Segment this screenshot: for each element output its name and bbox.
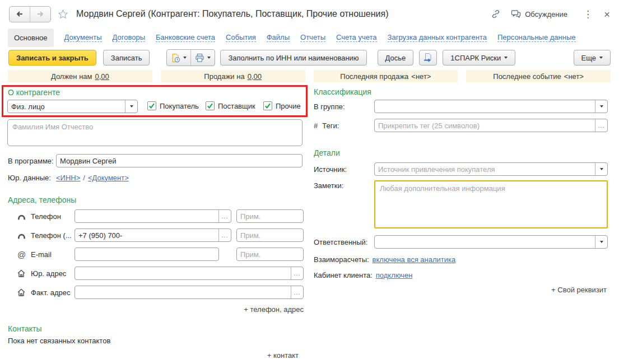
group-dropdown-button[interactable] <box>595 100 607 113</box>
legal-address-input[interactable] <box>75 267 291 279</box>
more-button[interactable]: Еще <box>574 50 611 66</box>
debt-value-link[interactable]: 0,00 <box>95 72 109 81</box>
counterparty-card-window: Мордвин Сергей (Контрагент: Покупатель, … <box>0 0 619 364</box>
document-link[interactable]: <Документ> <box>88 174 129 182</box>
tab-main[interactable]: Основное <box>8 29 54 47</box>
favorite-star-icon[interactable] <box>57 8 69 20</box>
save-button[interactable]: Записать <box>103 50 150 66</box>
cabinet-link[interactable]: подключен <box>376 271 413 279</box>
tab-reports[interactable]: Отчеты <box>300 33 325 42</box>
discussion-button[interactable]: Обсуждение <box>510 8 567 20</box>
fill-by-inn-button[interactable]: Заполнить по ИНН или наименованию <box>220 50 366 66</box>
status-label: Продажи на <box>204 72 244 81</box>
kebab-menu-button[interactable]: ⋮ <box>583 10 593 19</box>
spark-risks-button[interactable]: 1СПАРК Риски <box>443 50 515 66</box>
create-print-group <box>166 49 215 66</box>
notes-textarea[interactable] <box>374 180 608 228</box>
checkbox-other[interactable]: Прочие <box>263 101 301 110</box>
get-link-button[interactable] <box>490 8 501 20</box>
export-button[interactable] <box>419 50 437 66</box>
tab-data-load[interactable]: Загрузка данных контрагента <box>388 33 487 42</box>
settlements-link[interactable]: включена вся аналитика <box>373 255 456 264</box>
custom-attribute-link[interactable]: + Свой реквизит <box>504 286 607 294</box>
house-icon <box>17 267 26 280</box>
entity-type-input[interactable] <box>8 100 125 113</box>
tab-events[interactable]: События <box>226 33 256 42</box>
tab-contracts[interactable]: Договоры <box>113 33 145 42</box>
legal-address-label: Юр. адрес <box>31 267 66 280</box>
close-button[interactable]: × <box>604 9 610 20</box>
at-icon: @ <box>17 248 26 261</box>
dossier-button[interactable]: Досье <box>378 50 414 66</box>
legal-link-separator: / <box>83 174 85 182</box>
arrow-right-icon <box>36 10 45 18</box>
email-label: E-mail <box>31 248 52 261</box>
tab-personal-data[interactable]: Персональные данные <box>497 33 576 42</box>
checkbox-box <box>206 101 215 110</box>
phone2-note-input[interactable] <box>237 229 303 241</box>
chevron-down-icon <box>130 105 133 108</box>
checkbox-box <box>263 101 272 110</box>
house-icon <box>17 286 26 299</box>
phone-note-input[interactable] <box>237 210 303 222</box>
status-value: <нет> <box>411 72 431 81</box>
actual-address-more-button[interactable]: ... <box>291 286 303 298</box>
in-program-field <box>56 154 302 167</box>
tab-documents[interactable]: Документы <box>64 33 102 42</box>
print-button[interactable] <box>190 50 215 66</box>
status-panel-last-event: Последнее событие <нет> <box>466 70 611 82</box>
group-input[interactable] <box>375 100 595 113</box>
tags-label-row: # Теги: <box>314 119 339 132</box>
source-dropdown-button[interactable] <box>595 163 607 175</box>
source-input[interactable] <box>375 163 595 175</box>
tags-more-button[interactable]: ... <box>595 119 607 132</box>
link-icon <box>490 8 501 20</box>
save-and-close-button[interactable]: Записать и закрыть <box>8 50 96 66</box>
fio-textarea[interactable] <box>7 119 302 146</box>
checkbox-supplier[interactable]: Поставщик <box>206 101 255 110</box>
phone-label: Телефон <box>31 209 61 223</box>
title-bar-actions: Обсуждение ⋮ × <box>490 8 610 20</box>
ellipsis-icon: ... <box>294 270 300 277</box>
forward-button[interactable] <box>30 7 50 22</box>
entity-type-dropdown-button[interactable] <box>125 100 137 113</box>
sales-value-link[interactable]: 0,00 <box>248 72 262 81</box>
discussion-label: Обсуждение <box>525 10 567 18</box>
tab-accounts[interactable]: Счета учета <box>336 33 377 42</box>
phone2-more-button[interactable]: ... <box>218 229 231 241</box>
phone-more-button[interactable]: ... <box>218 210 231 222</box>
add-contact-link[interactable]: + контакт <box>241 351 299 360</box>
spark-risks-label: 1СПАРК Риски <box>450 54 501 62</box>
status-panel-last-sale: Последняя продажа <нет> <box>314 70 458 82</box>
chevron-down-icon <box>183 57 187 59</box>
actual-address-input[interactable] <box>75 286 291 298</box>
create-based-on-button[interactable] <box>167 50 190 66</box>
group-field <box>374 100 608 113</box>
document-export-icon <box>423 53 433 63</box>
back-button[interactable] <box>10 7 30 22</box>
tags-input[interactable] <box>375 119 595 132</box>
phone-field: ... <box>75 209 231 223</box>
page-title: Мордвин Сергей (Контрагент: Покупатель, … <box>76 9 389 19</box>
section-details-header: Детали <box>314 148 340 157</box>
responsible-dropdown-button[interactable] <box>595 236 607 248</box>
settlements-row: Взаиморасчеты: включена вся аналитика <box>314 254 455 265</box>
checkbox-buyer[interactable]: Покупатель <box>147 101 199 110</box>
arrow-left-icon <box>15 10 24 18</box>
add-phone-address-link[interactable]: + телефон, адрес <box>196 305 304 314</box>
email-note-input[interactable] <box>237 248 303 260</box>
email-input[interactable] <box>75 248 218 260</box>
tab-files[interactable]: Файлы <box>267 33 290 42</box>
document-clock-icon <box>171 53 180 63</box>
responsible-input[interactable] <box>375 236 595 248</box>
ellipsis-icon: ... <box>221 232 228 239</box>
legal-address-more-button[interactable]: ... <box>291 267 303 279</box>
chevron-down-icon <box>504 57 508 59</box>
tab-bank-accounts[interactable]: Банковские счета <box>156 33 215 42</box>
legal-data-links: <ИНН> / <Документ> <box>56 172 129 183</box>
inn-link[interactable]: <ИНН> <box>56 174 80 182</box>
phone-icon <box>17 209 26 223</box>
in-program-input[interactable] <box>57 155 302 167</box>
phone2-input[interactable] <box>75 229 218 241</box>
phone-input[interactable] <box>75 210 218 222</box>
